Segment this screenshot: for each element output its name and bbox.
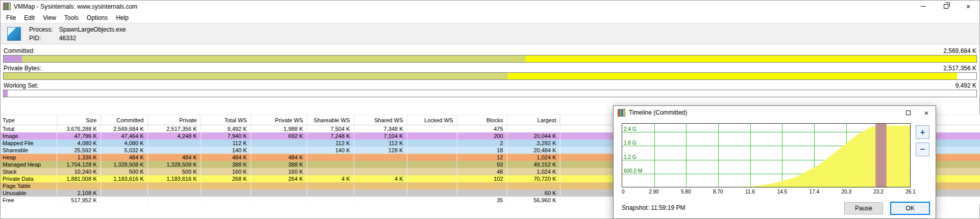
minimize-button[interactable]	[912, 1, 935, 12]
timeline-title-bar: Timeline (Committed) ×	[614, 106, 936, 119]
x-axis-label: 2.90	[649, 189, 658, 195]
row-value-cell	[407, 140, 457, 147]
row-value-cell	[354, 197, 407, 204]
row-value-cell: 500 K	[101, 168, 148, 175]
menu-item-tools[interactable]: Tools	[60, 13, 83, 22]
row-value-cell	[354, 168, 407, 175]
row-type-cell: Managed Heap	[1, 161, 57, 168]
row-value-cell: 2,108 K	[57, 189, 101, 197]
bar-label: Working Set:	[4, 81, 38, 90]
column-header-largest[interactable]: Largest	[507, 115, 560, 125]
row-value-cell: 160 K	[251, 168, 307, 175]
x-axis-label: 20.3	[841, 189, 851, 195]
column-header-private[interactable]: Private	[148, 115, 201, 125]
row-value-cell: 484 K	[201, 154, 251, 161]
vmmap-window: VMMap - Sysinternals: www.sysinternals.c…	[0, 0, 980, 219]
row-value-cell: 112 K	[354, 140, 407, 147]
row-value-cell	[251, 189, 307, 197]
row-value-cell	[101, 197, 148, 204]
menu-item-view[interactable]: View	[39, 13, 60, 22]
row-value-cell: 1,336 K	[57, 154, 101, 161]
row-value-cell: 475	[457, 125, 507, 133]
timeline-close-button[interactable]: ×	[917, 106, 936, 119]
column-header-shareable-ws[interactable]: Shareable WS	[307, 115, 354, 125]
row-value-cell	[457, 189, 507, 197]
row-value-cell: 484 K	[251, 154, 307, 161]
menu-item-options[interactable]: Options	[83, 13, 112, 22]
row-value-cell: 7,248 K	[307, 132, 354, 140]
memory-usage-bar	[3, 72, 977, 80]
row-type-cell: Heap	[1, 154, 57, 161]
row-value-cell: 1,328,508 K	[148, 161, 201, 168]
row-value-cell	[307, 189, 354, 197]
restore-button[interactable]	[935, 1, 957, 12]
zoom-out-button[interactable]: −	[916, 143, 929, 156]
row-value-cell: 1,024 K	[507, 154, 560, 161]
row-value-cell: 5,032 K	[101, 147, 148, 154]
row-type-cell: Stack	[1, 168, 57, 175]
pause-button[interactable]: Pause	[844, 202, 883, 214]
row-value-cell	[507, 125, 560, 133]
close-icon: ×	[966, 3, 970, 11]
timeline-x-labels: 02.905.808.7011.614.517.420.323.226.1	[622, 189, 911, 196]
row-value-cell: 1,328,508 K	[101, 161, 148, 168]
row-value-cell	[307, 154, 354, 161]
row-value-cell: 60 K	[507, 189, 560, 197]
column-header-total-ws[interactable]: Total WS	[201, 115, 251, 125]
column-header-blocks[interactable]: Blocks	[457, 115, 507, 125]
menu-item-edit[interactable]: Edit	[20, 13, 39, 22]
column-header-locked-ws[interactable]: Locked WS	[407, 115, 457, 125]
memory-bar-block: Working Set:9,492 K	[3, 81, 977, 97]
row-value-cell: 140 K	[307, 147, 354, 154]
row-value-cell: 48	[457, 168, 507, 175]
row-value-cell: 388 K	[201, 161, 251, 168]
timeline-position-marker	[875, 124, 886, 187]
row-value-cell	[407, 147, 457, 154]
bar-segment	[4, 56, 22, 62]
row-value-cell: 2,569,684 K	[101, 125, 148, 133]
menu-item-file[interactable]: File	[2, 13, 20, 22]
row-value-cell: 1,988 K	[251, 125, 307, 133]
row-value-cell: 1,183,616 K	[148, 175, 201, 182]
row-value-cell: 47,464 K	[101, 132, 148, 140]
row-value-cell: 517,952 K	[57, 197, 101, 204]
close-button[interactable]: ×	[957, 1, 979, 12]
ok-button[interactable]: OK	[890, 202, 930, 215]
row-value-cell: 4,248 K	[148, 132, 201, 140]
x-axis-label: 23.2	[873, 189, 883, 195]
row-value-cell	[354, 161, 407, 168]
maximize-icon	[906, 111, 911, 115]
row-value-cell: 500 K	[148, 168, 201, 175]
row-value-cell: 4,080 K	[57, 140, 101, 147]
bar-segment	[4, 90, 8, 97]
row-value-cell: 200	[457, 132, 507, 140]
process-label: Process:	[29, 26, 53, 33]
process-icon	[7, 27, 21, 41]
restore-icon	[944, 4, 948, 9]
row-value-cell: 7,940 K	[201, 132, 251, 140]
row-value-cell: 70,720 K	[507, 175, 560, 182]
row-value-cell: 7,104 K	[354, 132, 407, 140]
row-type-cell: Mapped File	[1, 140, 57, 147]
row-value-cell: 2,517,356 K	[148, 125, 201, 133]
column-header-private-ws[interactable]: Private WS	[251, 115, 307, 125]
row-value-cell	[407, 175, 457, 182]
row-value-cell	[201, 189, 251, 197]
menu-bar: FileEditViewToolsOptionsHelp	[1, 12, 979, 23]
menu-item-help[interactable]: Help	[112, 13, 133, 22]
row-value-cell: 49,152 K	[507, 161, 560, 168]
column-header-size[interactable]: Size	[57, 115, 101, 125]
row-value-cell	[101, 182, 148, 189]
process-info: Process: SpawnLargeObjects.exe PID: 4633…	[29, 26, 126, 42]
x-axis-label: 8.70	[713, 189, 723, 195]
row-value-cell	[307, 197, 354, 204]
zoom-in-button[interactable]: +	[916, 125, 929, 139]
row-value-cell	[307, 182, 354, 189]
row-value-cell	[307, 161, 354, 168]
timeline-maximize-button[interactable]	[899, 106, 917, 119]
column-header-type[interactable]: Type	[1, 115, 57, 125]
column-header-shared-ws[interactable]: Shared WS	[354, 115, 407, 125]
row-value-cell: 268 K	[201, 175, 251, 182]
x-axis-label: 0	[622, 189, 625, 195]
column-header-committed[interactable]: Committed	[101, 115, 148, 125]
